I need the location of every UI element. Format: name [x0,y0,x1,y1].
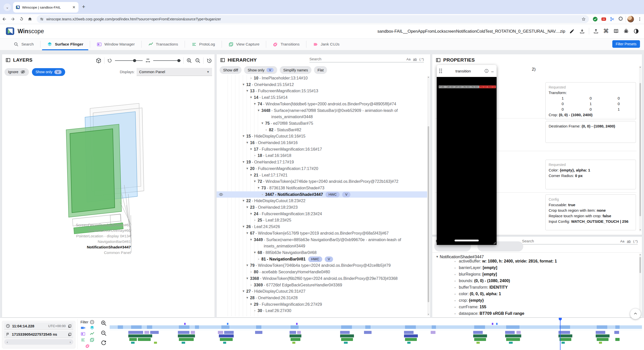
curated-prop-barrierlayer[interactable]: •barrierLayer: [empty] [432,265,638,271]
tree-node-25[interactable]: •25- Leaf:18:23#25 [217,217,427,224]
timeline-zoom-in-icon[interactable] [100,320,107,326]
curated-prop-blurregions[interactable]: •blurRegions: [empty] [432,271,638,278]
trace-entry-bar[interactable] [509,342,513,344]
screen-recording-trace-icon[interactable] [80,325,86,330]
trace-entry-bar[interactable] [344,342,348,344]
collapse-arrow-icon[interactable]: ▼ [260,120,265,127]
eye-icon[interactable] [219,192,223,197]
collapse-arrow-icon[interactable]: ▼ [245,230,250,237]
trace-entry-bar[interactable] [144,331,149,334]
trace-entry-bar[interactable] [505,334,521,337]
tree-node-18[interactable]: •18- Leaf:16:16#18 [217,152,427,159]
tree-node-13[interactable]: ▼13- FullscreenMagnification:15:15#13 [217,88,427,94]
collapse-arrow-icon[interactable]: ▼ [248,94,254,101]
trace-entry-bar[interactable] [506,338,520,341]
bug-report-icon[interactable] [623,28,629,34]
collapse-arrow-icon[interactable]: ▼ [245,140,250,146]
resize-handle-icon[interactable] [493,241,496,244]
curated-prop-color[interactable]: •color: (0, 0, 0), alpha: 1 [432,291,638,297]
collapse-arrow-icon[interactable]: ▼ [245,204,250,211]
collapse-arrow-icon[interactable]: ▼ [245,262,250,269]
reset-view-icon[interactable] [206,58,212,64]
regex-icon[interactable]: (.*) [419,57,424,61]
curated-prop-buffertransform[interactable]: •bufferTransform: IDENTITY [432,284,638,291]
tree-node-22[interactable]: ▼22- HideDisplayCutout:18:23#22 [217,198,427,204]
regex-icon[interactable]: (.*) [633,239,638,243]
trace-entry-bar[interactable] [561,342,565,344]
timeline-zoom-out-icon[interactable] [100,330,107,336]
layer-label-screendecoroverlay-60[interactable]: ScreenDecorOverlay#60 [2,228,131,233]
tree-node-3447[interactable]: •3447- NotificationShade#3447HWCV [217,191,427,198]
tree-node-23[interactable]: ▼23- OneHanded:18:23#23 [217,204,427,211]
collapse-arrow-icon[interactable]: ▼ [248,172,254,179]
curated-prop-dataspace[interactable]: •dataspace: BT709 sRGB Full range [432,310,638,316]
layer-label-notificationshade-3447[interactable]: NotificationShade#3447 [2,244,131,250]
layer-label-pointerlocation-display-0-134[interactable]: PointerLocation - display 0#134 [2,233,131,239]
tab-surface-flinger[interactable]: Surface Flinger [41,38,90,50]
collapse-arrow-icon[interactable]: ▼ [245,275,250,282]
chip-flat[interactable]: Flat [314,66,327,74]
trace-entry-bar[interactable] [476,342,480,344]
trace-entry-bar[interactable] [559,338,571,341]
collapse-arrow-icon[interactable]: ▼ [252,178,258,185]
dock-panel-icon[interactable] [220,58,225,63]
tab-view-capture[interactable]: View Capture [222,38,266,50]
collapse-filter-icon[interactable] [90,320,94,324]
tab-window-manager[interactable]: Window Manager [90,38,141,50]
tab-protolog[interactable]: ProtoLog [185,38,222,50]
trace-entry-bar[interactable] [290,331,296,334]
extension-scissors-icon[interactable] [609,15,616,23]
timeline-cursor[interactable] [560,319,560,350]
collapse-arrow-icon[interactable]: ▼ [241,198,246,204]
bookmark-marker[interactable] [492,323,493,325]
trace-entry-bar[interactable] [404,331,414,334]
collapse-arrow-icon[interactable]: ▼ [241,224,246,230]
trace-entry-bar[interactable] [138,338,151,341]
tree-node-73[interactable]: ▼73- 8736138 NotificationShade#73 [217,185,427,191]
timeline-minimap[interactable] [110,325,642,329]
tree-node-3369[interactable]: •3369- 67726bf EdgeBackGestureHandler0#3… [217,282,427,288]
docs-icon[interactable] [613,28,619,34]
tree-node-24[interactable]: ▼24- FullscreenMagnification:18:23#24 [217,211,427,217]
surface-flinger-trace-icon[interactable] [89,325,95,330]
protolog-trace-icon[interactable] [80,337,86,342]
zoom-in-icon[interactable] [186,58,192,64]
trace-entry-bar[interactable] [223,342,226,344]
zoom-out-icon[interactable] [195,58,201,64]
collapse-arrow-icon[interactable]: ▼ [256,107,261,114]
collapse-arrow-icon[interactable]: ▼ [241,81,246,88]
tree-node-68[interactable]: ▼68- 885b63e NavigationBar0#68 [217,249,427,256]
curated-prop-crop[interactable]: •crop: {empty} [432,297,638,304]
curated-prop-currframe[interactable]: •currFrame: 155 [432,304,638,310]
trace-entry-bar[interactable] [407,342,411,344]
layer-label-common-panel[interactable]: Common Panel [2,250,131,255]
trace-entry-bar[interactable] [614,331,619,334]
site-settings-icon[interactable] [40,17,44,21]
trace-entry-bar[interactable] [255,331,263,334]
trace-entry-bar[interactable] [220,338,233,341]
trace-entry-bar[interactable] [516,331,521,334]
tree-node-30[interactable]: •30- Leaf:26:27#30 [217,308,427,314]
reload-icon[interactable] [17,15,26,23]
tab-search-icon[interactable]: ⌄ [4,4,11,11]
trace-entry-bar[interactable] [405,338,417,341]
spacing-slider[interactable] [153,60,181,61]
ignore-toggle[interactable]: Ignore [5,68,29,76]
dock-panel-icon[interactable] [6,58,11,63]
tree-node-3449[interactable]: ▼3449- Surface(name=885b63e NavigationBa… [217,237,427,249]
extensions-puzzle-icon[interactable] [617,15,625,23]
match-word-icon[interactable]: ab [413,57,417,61]
tree-node-21[interactable]: ▼21- Leaf:17:17#21 [217,172,427,179]
trace-entry-bar[interactable] [474,338,486,341]
timeline-scroll-strip[interactable]: ‹› [4,339,73,345]
tab-transitions[interactable]: Transitions [266,38,306,50]
tree-node-27[interactable]: ▼27- HideDisplayCutout:26:31#27 [217,288,427,295]
curated-prop-activebuffer[interactable]: •activeBuffer: w: 1080, h: 2400, stride:… [432,258,638,265]
filter-presets-button[interactable]: Filter Presets [612,40,640,48]
trace-entry-bar[interactable] [364,331,372,334]
rotation-slider[interactable] [115,60,143,61]
trace-entry-bar[interactable] [129,338,137,341]
collapse-arrow-icon[interactable]: ▼ [252,249,258,256]
trace-entry-bar[interactable] [473,331,483,334]
trace-entry-bar[interactable] [128,334,152,337]
